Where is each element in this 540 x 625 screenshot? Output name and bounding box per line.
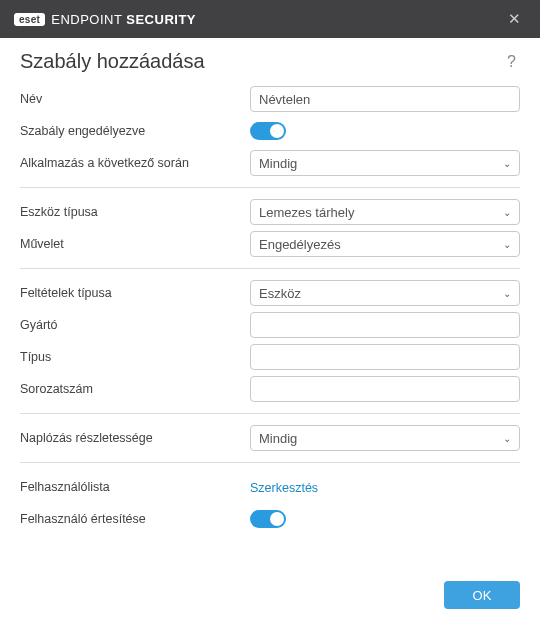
device-type-select[interactable]: Lemezes tárhely ⌄	[250, 199, 520, 225]
chevron-down-icon: ⌄	[503, 158, 511, 169]
row-log-severity: Naplózás részletessége Mindig ⌄	[20, 422, 520, 454]
log-severity-select[interactable]: Mindig ⌄	[250, 425, 520, 451]
row-serial: Sorozatszám	[20, 373, 520, 405]
row-criteria-type: Feltételek típusa Eszköz ⌄	[20, 277, 520, 309]
chevron-down-icon: ⌄	[503, 239, 511, 250]
page-title: Szabály hozzáadása	[20, 50, 503, 73]
brand-bold: SECURITY	[126, 12, 196, 27]
row-rule-enabled: Szabály engedélyezve	[20, 115, 520, 147]
device-type-label: Eszköz típusa	[20, 205, 250, 219]
log-severity-value: Mindig	[259, 431, 297, 446]
row-action: Művelet Engedélyezés ⌄	[20, 228, 520, 260]
apply-during-select[interactable]: Mindig ⌄	[250, 150, 520, 176]
serial-input[interactable]	[250, 376, 520, 402]
chevron-down-icon: ⌄	[503, 207, 511, 218]
row-device-type: Eszköz típusa Lemezes tárhely ⌄	[20, 196, 520, 228]
action-label: Művelet	[20, 237, 250, 251]
name-input[interactable]	[250, 86, 520, 112]
user-list-label: Felhasználólista	[20, 480, 250, 494]
divider	[20, 187, 520, 188]
action-select[interactable]: Engedélyezés ⌄	[250, 231, 520, 257]
notify-user-label: Felhasználó értesítése	[20, 512, 250, 526]
content: Név Szabály engedélyezve Alkalmazás a kö…	[0, 83, 540, 547]
row-model: Típus	[20, 341, 520, 373]
rule-enabled-label: Szabály engedélyezve	[20, 124, 250, 138]
action-value: Engedélyezés	[259, 237, 341, 252]
criteria-type-label: Feltételek típusa	[20, 286, 250, 300]
notify-user-toggle[interactable]	[250, 510, 286, 528]
divider	[20, 268, 520, 269]
brand-text: ENDPOINT SECURITY	[51, 12, 196, 27]
model-label: Típus	[20, 350, 250, 364]
criteria-type-select[interactable]: Eszköz ⌄	[250, 280, 520, 306]
header-row: Szabály hozzáadása ?	[0, 38, 540, 83]
user-list-edit-link[interactable]: Szerkesztés	[250, 481, 318, 495]
brand-thin: ENDPOINT	[51, 12, 126, 27]
apply-during-value: Mindig	[259, 156, 297, 171]
serial-label: Sorozatszám	[20, 382, 250, 396]
ok-button[interactable]: OK	[444, 581, 520, 609]
close-icon[interactable]: ✕	[502, 7, 526, 31]
device-type-value: Lemezes tárhely	[259, 205, 354, 220]
vendor-label: Gyártó	[20, 318, 250, 332]
row-apply-during: Alkalmazás a következő során Mindig ⌄	[20, 147, 520, 179]
name-label: Név	[20, 92, 250, 106]
divider	[20, 413, 520, 414]
row-user-list: Felhasználólista Szerkesztés	[20, 471, 520, 503]
row-name: Név	[20, 83, 520, 115]
rule-enabled-toggle[interactable]	[250, 122, 286, 140]
log-severity-label: Naplózás részletessége	[20, 431, 250, 445]
row-notify-user: Felhasználó értesítése	[20, 503, 520, 535]
help-icon[interactable]: ?	[503, 51, 520, 73]
row-vendor: Gyártó	[20, 309, 520, 341]
divider	[20, 462, 520, 463]
apply-during-label: Alkalmazás a következő során	[20, 156, 250, 170]
chevron-down-icon: ⌄	[503, 288, 511, 299]
footer: OK	[444, 581, 520, 609]
model-input[interactable]	[250, 344, 520, 370]
brand-badge: eset	[14, 13, 45, 26]
criteria-type-value: Eszköz	[259, 286, 301, 301]
vendor-input[interactable]	[250, 312, 520, 338]
chevron-down-icon: ⌄	[503, 433, 511, 444]
titlebar: eset ENDPOINT SECURITY ✕	[0, 0, 540, 38]
